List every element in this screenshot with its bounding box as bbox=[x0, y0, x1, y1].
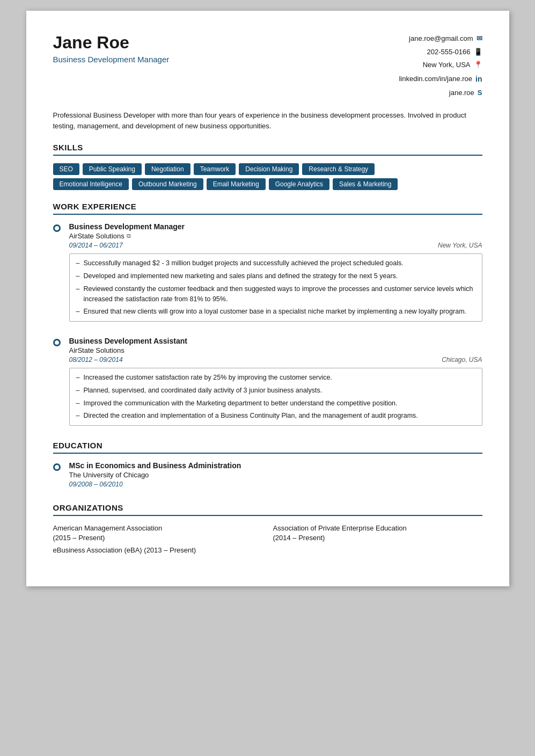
skype-icon: S bbox=[478, 86, 482, 100]
header-contact-block: jane.roe@gmail.com ✉ 202-555-0166 📱 New … bbox=[399, 32, 482, 99]
skill-teamwork: Teamwork bbox=[194, 163, 236, 175]
company-name-2: AirState Solutions bbox=[69, 346, 124, 354]
job-location-1: New York, USA bbox=[438, 242, 482, 249]
contact-phone-row: 202-555-0166 📱 bbox=[399, 46, 482, 59]
job-item-2: Business Development Assistant AirState … bbox=[53, 337, 482, 426]
org-item-1: American Management Association (2015 – … bbox=[53, 524, 262, 543]
candidate-name: Jane Roe bbox=[53, 32, 170, 53]
phone-text: 202-555-0166 bbox=[427, 46, 471, 59]
skills-section-title: SKILLS bbox=[53, 143, 482, 156]
summary-text: Professional Business Developer with mor… bbox=[53, 110, 482, 131]
orgs-section-title: ORGANIZATIONS bbox=[53, 503, 482, 516]
edu-school-1: The University of Chicago bbox=[69, 471, 482, 479]
skills-row-1: SEO Public Speaking Negotiation Teamwork… bbox=[53, 163, 482, 175]
edu-content-1: MSc in Economics and Business Administra… bbox=[69, 461, 482, 488]
edu-degree-1: MSc in Economics and Business Administra… bbox=[69, 461, 482, 470]
external-link-icon-1: ⧉ bbox=[127, 232, 131, 239]
orgs-grid: American Management Association (2015 – … bbox=[53, 524, 482, 543]
contact-skype-row: jane.roe S bbox=[399, 86, 482, 100]
org-years-2: (2014 – Present) bbox=[273, 533, 482, 543]
org-name-2: Association of Private Enterprise Educat… bbox=[273, 524, 482, 533]
skill-research-strategy: Research & Strategy bbox=[302, 163, 375, 175]
org-name-1: American Management Association bbox=[53, 524, 262, 533]
skill-seo: SEO bbox=[53, 163, 79, 175]
org-years-1: (2015 – Present) bbox=[53, 533, 262, 543]
edu-dot-1 bbox=[53, 463, 61, 471]
bullet-1-2: Developed and implemented new marketing … bbox=[76, 271, 475, 281]
email-text: jane.roe@gmail.com bbox=[409, 32, 473, 46]
timeline-dot-2 bbox=[53, 339, 61, 346]
education-section: EDUCATION MSc in Economics and Business … bbox=[53, 441, 482, 488]
skills-section: SKILLS SEO Public Speaking Negotiation T… bbox=[53, 143, 482, 190]
organizations-section: ORGANIZATIONS American Management Associ… bbox=[53, 503, 482, 554]
org-item-2: Association of Private Enterprise Educat… bbox=[273, 524, 482, 543]
job-bullets-1: Successfully managed $2 - 3 million budg… bbox=[69, 253, 482, 322]
job-dates-1: 09/2014 – 06/2017 bbox=[69, 242, 123, 249]
job-content-2: Business Development Assistant AirState … bbox=[69, 337, 482, 426]
header-name-block: Jane Roe Business Development Manager bbox=[53, 32, 170, 64]
candidate-title: Business Development Manager bbox=[53, 55, 170, 64]
job-title-2: Business Development Assistant bbox=[69, 337, 482, 345]
job-content-1: Business Development Manager AirState So… bbox=[69, 222, 482, 322]
skill-google-analytics: Google Analytics bbox=[269, 178, 329, 190]
location-icon: 📍 bbox=[474, 59, 482, 72]
timeline-dot-col-1 bbox=[53, 222, 61, 322]
location-text: New York, USA bbox=[423, 59, 471, 72]
edu-dates-1: 09/2008 – 06/2010 bbox=[69, 481, 482, 488]
org-single-item: eBusiness Association (eBA) (2013 – Pres… bbox=[53, 546, 482, 554]
job-title-1: Business Development Manager bbox=[69, 222, 482, 231]
job-meta-1: 09/2014 – 06/2017 New York, USA bbox=[69, 242, 482, 249]
skill-sales-marketing: Sales & Marketing bbox=[333, 178, 398, 190]
edu-item-1: MSc in Economics and Business Administra… bbox=[53, 461, 482, 488]
phone-icon: 📱 bbox=[474, 46, 482, 59]
bullet-1-1: Successfully managed $2 - 3 million budg… bbox=[76, 258, 475, 268]
work-experience-section: WORK EXPERIENCE Business Development Man… bbox=[53, 202, 482, 426]
skill-outbound-marketing: Outbound Marketing bbox=[132, 178, 203, 190]
contact-linkedin-row: linkedin.com/in/jane.roe in bbox=[399, 72, 482, 86]
email-icon: ✉ bbox=[477, 32, 482, 46]
job-dates-2: 08/2012 – 09/2014 bbox=[69, 356, 123, 364]
skill-decision-making: Decision Making bbox=[239, 163, 299, 175]
contact-location-row: New York, USA 📍 bbox=[399, 59, 482, 72]
job-company-2: AirState Solutions bbox=[69, 346, 482, 354]
skill-email-marketing: Email Marketing bbox=[207, 178, 266, 190]
bullet-2-1: Increased the customer satisfaction rate… bbox=[76, 373, 475, 383]
work-section-title: WORK EXPERIENCE bbox=[53, 202, 482, 215]
bullet-2-2: Planned, supervised, and coordinated dai… bbox=[76, 386, 475, 396]
skype-text: jane.roe bbox=[449, 86, 474, 100]
linkedin-icon: in bbox=[475, 72, 482, 86]
resume-document: Jane Roe Business Development Manager ja… bbox=[26, 11, 509, 586]
edu-dot-col-1 bbox=[53, 461, 61, 488]
job-meta-2: 08/2012 – 09/2014 Chicago, USA bbox=[69, 356, 482, 364]
skill-public-speaking: Public Speaking bbox=[83, 163, 142, 175]
bullet-1-4: Ensured that new clients will grow into … bbox=[76, 307, 475, 317]
timeline-dot-1 bbox=[53, 224, 61, 232]
job-company-1: AirState Solutions ⧉ bbox=[69, 232, 482, 240]
timeline-dot-col-2 bbox=[53, 337, 61, 426]
linkedin-text: linkedin.com/in/jane.roe bbox=[399, 72, 472, 86]
bullet-2-4: Directed the creation and implementation… bbox=[76, 411, 475, 421]
company-name-1: AirState Solutions bbox=[69, 232, 124, 240]
job-bullets-2: Increased the customer satisfaction rate… bbox=[69, 368, 482, 426]
bullet-2-3: Improved the communication with the Mark… bbox=[76, 398, 475, 409]
bullet-1-3: Reviewed constantly the customer feedbac… bbox=[76, 284, 475, 304]
skills-row-2: Emotional Intelligence Outbound Marketin… bbox=[53, 178, 482, 190]
job-item-1: Business Development Manager AirState So… bbox=[53, 222, 482, 322]
resume-header: Jane Roe Business Development Manager ja… bbox=[53, 32, 482, 99]
skill-negotiation: Negotiation bbox=[145, 163, 190, 175]
contact-email-row: jane.roe@gmail.com ✉ bbox=[399, 32, 482, 46]
skill-emotional-intelligence: Emotional Intelligence bbox=[53, 178, 129, 190]
job-location-2: Chicago, USA bbox=[442, 356, 482, 364]
education-section-title: EDUCATION bbox=[53, 441, 482, 454]
